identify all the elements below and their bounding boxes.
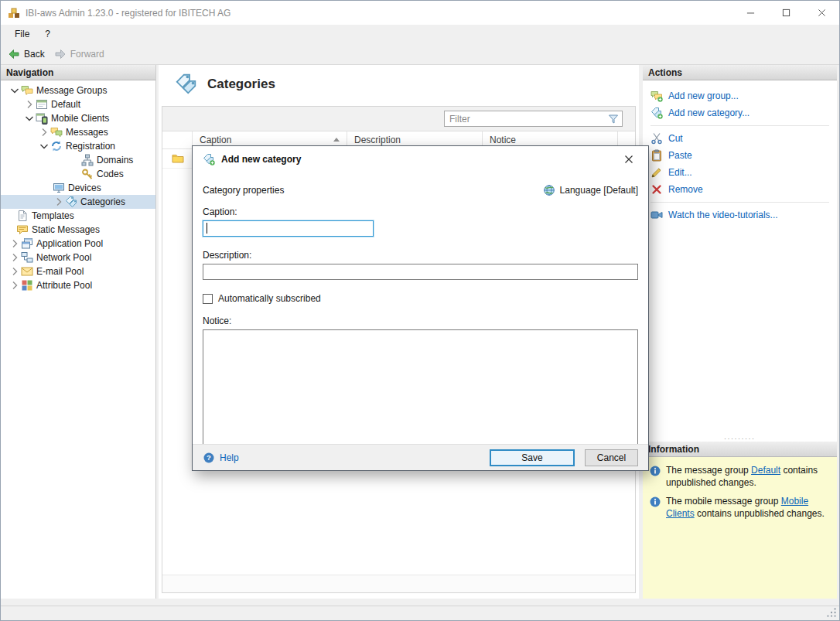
description-label: Description: [203, 250, 638, 261]
description-input[interactable] [203, 264, 638, 280]
information-panel: The message group Default contains unpub… [643, 457, 837, 599]
minimize-button[interactable] [732, 1, 768, 25]
chevron-expanded-icon[interactable] [23, 112, 36, 125]
chevron-expanded-icon[interactable] [9, 84, 21, 97]
action-remove[interactable]: Remove [643, 181, 837, 198]
tree-item-categories[interactable]: Categories [1, 195, 155, 209]
notice-textarea[interactable] [203, 329, 638, 444]
tree-item-label: Mobile Clients [51, 113, 109, 124]
tree-item-label: Application Pool [36, 238, 103, 249]
toolbar: Back Forward [1, 43, 839, 65]
auto-subscribed-checkbox[interactable] [203, 294, 213, 304]
video-icon [650, 209, 663, 221]
info-item: The mobile message group Mobile Clients … [649, 496, 831, 520]
row-icon-cell [162, 152, 193, 165]
auto-subscribed-row: Automatically subscribed [203, 293, 638, 304]
action-watch-the-video-tutorials[interactable]: Watch the video-tutorials... [643, 206, 837, 223]
tree-item-network-pool[interactable]: Network Pool [1, 251, 155, 264]
chevron-collapsed-icon[interactable] [38, 126, 50, 138]
chevron-collapsed-icon[interactable] [23, 98, 36, 111]
templates-icon [16, 210, 29, 222]
tree-item-registration[interactable]: Registration [1, 139, 155, 153]
close-icon [818, 9, 826, 17]
registration-icon [50, 140, 63, 152]
group-icon [36, 98, 48, 111]
tree-item-default[interactable]: Default [1, 97, 155, 111]
chevron-collapsed-icon[interactable] [9, 237, 21, 250]
dialog-close-button[interactable] [621, 150, 643, 169]
notice-label: Notice: [203, 316, 638, 326]
panel-splitter[interactable]: ......... [643, 432, 837, 442]
tree-item-static-messages[interactable]: Static Messages [1, 223, 155, 237]
tree-item-attribute-pool[interactable]: Attribute Pool [1, 278, 155, 292]
caption-input-wrap [203, 220, 374, 237]
language-selector[interactable]: Language [Default] [543, 184, 638, 196]
dialog-footer: ? Help Save Cancel [193, 444, 648, 470]
tree-item-mobile-clients[interactable]: Mobile Clients [1, 111, 155, 125]
app-icon [8, 7, 20, 19]
back-button[interactable]: Back [8, 48, 45, 60]
tree-item-application-pool[interactable]: Application Pool [1, 237, 155, 251]
add-category-icon [650, 107, 663, 119]
edit-icon [650, 166, 663, 179]
chevron-collapsed-icon[interactable] [9, 265, 21, 278]
resize-grip[interactable] [825, 606, 838, 619]
action-cut[interactable]: Cut [643, 130, 837, 147]
navigation-tree: Message GroupsDefaultMobile ClientsMessa… [1, 80, 155, 292]
tree-item-domains[interactable]: Domains [1, 153, 155, 167]
actions-list: Add new group...Add new category...CutPa… [643, 80, 837, 432]
info-item: The message group Default contains unpub… [649, 465, 831, 489]
tree-item-devices[interactable]: Devices [1, 181, 155, 195]
menu-item-file[interactable]: File [7, 26, 37, 42]
caption-input[interactable] [203, 220, 374, 237]
cancel-button[interactable]: Cancel [585, 449, 638, 466]
action-edit[interactable]: Edit... [643, 164, 837, 181]
action-add-new-category[interactable]: Add new category... [643, 104, 837, 121]
actions-divider [650, 202, 829, 203]
auto-subscribed-label: Automatically subscribed [218, 293, 321, 304]
domains-icon [81, 154, 94, 166]
chevron-collapsed-icon[interactable] [9, 251, 21, 264]
action-label: Remove [668, 184, 703, 195]
tree-item-templates[interactable]: Templates [1, 209, 155, 223]
info-icon [649, 465, 661, 477]
add-category-icon [203, 153, 215, 165]
action-label: Add new category... [668, 107, 750, 118]
action-paste[interactable]: Paste [643, 147, 837, 164]
column-header-label: Description [354, 135, 401, 145]
remove-icon [650, 183, 663, 196]
info-link-default[interactable]: Default [751, 465, 780, 476]
filter-input-box [444, 111, 623, 127]
status-bar [1, 606, 839, 620]
help-button[interactable]: ? Help [203, 452, 239, 464]
filter-input[interactable] [445, 114, 607, 125]
back-arrow-icon [8, 48, 20, 60]
tree-item-label: Attribute Pool [36, 280, 92, 291]
sort-asc-icon [330, 134, 343, 146]
tree-item-label: Default [51, 99, 80, 110]
forward-button[interactable]: Forward [54, 48, 104, 60]
chevron-expanded-icon[interactable] [38, 140, 50, 152]
menu-item-[interactable]: ? [37, 26, 58, 42]
tree-item-message-groups[interactable]: Message Groups [1, 84, 155, 97]
chevron-collapsed-icon[interactable] [53, 196, 65, 208]
action-label: Edit... [668, 167, 692, 178]
action-add-new-group[interactable]: Add new group... [643, 87, 837, 104]
tree-item-label: Static Messages [32, 224, 100, 235]
tree-item-label: Message Groups [36, 85, 107, 96]
tree-item-codes[interactable]: Codes [1, 167, 155, 181]
close-button[interactable] [804, 1, 839, 25]
filter-funnel-icon[interactable] [607, 113, 620, 125]
maximize-button[interactable] [768, 1, 804, 25]
tree-item-messages[interactable]: Messages [1, 125, 155, 139]
tree-item-e-mail-pool[interactable]: E-mail Pool [1, 264, 155, 278]
column-header-label: Caption [200, 135, 231, 145]
info-text: The message group Default contains unpub… [666, 465, 825, 489]
column-header-icon[interactable] [162, 131, 193, 148]
chevron-collapsed-icon[interactable] [9, 279, 21, 292]
folder-icon [172, 152, 184, 165]
tree-item-label: Categories [80, 196, 125, 207]
messages-icon [50, 126, 63, 138]
save-button[interactable]: Save [490, 449, 575, 466]
action-label: Add new group... [668, 90, 739, 101]
